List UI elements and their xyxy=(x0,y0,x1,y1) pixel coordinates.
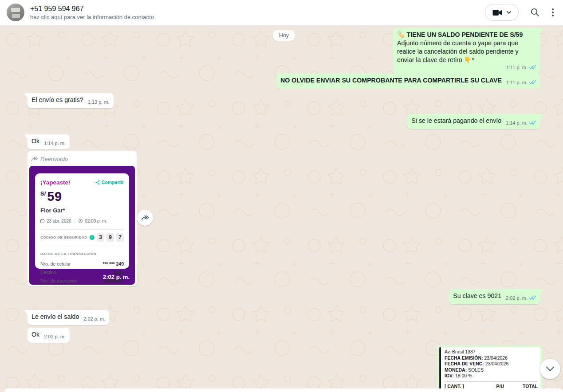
date-divider: Hoy xyxy=(273,30,295,41)
security-code-label: CÓDIGO DE SEGURIDAD xyxy=(40,233,87,242)
row-label: Nro. de operación xyxy=(40,277,77,285)
currency: S/ xyxy=(40,190,46,197)
message-text: Ok xyxy=(31,331,39,338)
message-time: 1:14 p. m. xyxy=(44,141,66,146)
chevron-down-icon xyxy=(507,11,511,14)
message-time: 2:02 p. m. xyxy=(83,316,105,321)
scroll-to-bottom-button[interactable] xyxy=(540,359,560,379)
message-meta: 1:14 p. m. xyxy=(44,139,66,148)
digit: 3 xyxy=(97,233,104,242)
message-time: 1:13 p. m. xyxy=(88,99,110,105)
message-bubble-received[interactable]: El envío es gratis?1:13 p. m. xyxy=(28,93,114,108)
contact-name: +51 959 594 967 xyxy=(30,4,485,13)
message-time: 1:11 p. m. xyxy=(506,65,528,70)
message-meta: 2:02 p. m. xyxy=(506,294,536,302)
read-ticks-icon xyxy=(529,295,536,300)
digit: 9 xyxy=(106,233,114,242)
message-text-body: Adjunto número de cuenta o yape para que… xyxy=(397,39,519,63)
field-label: IGV: xyxy=(445,373,454,378)
message-meta: 2:02 p. m. xyxy=(44,333,66,341)
row-label: Nro. de celular xyxy=(40,260,71,268)
kebab-menu-icon xyxy=(551,8,554,17)
digit: 7 xyxy=(116,233,124,242)
amount-value: 59 xyxy=(47,189,62,204)
read-ticks-icon xyxy=(529,80,536,85)
forward-arrow-icon xyxy=(141,215,149,221)
read-ticks-icon xyxy=(529,65,536,70)
calendar-icon xyxy=(40,219,44,223)
field-label: FECHA EMISIÓN: xyxy=(445,355,483,361)
forwarded-receipt-message[interactable]: Reenviado ¡Yapeaste! Compartir S/59 Flor… xyxy=(28,151,137,286)
message-time: 2:02 p. m. xyxy=(44,334,66,339)
invoice-field: MONEDA: SOLES xyxy=(445,367,538,373)
clock-icon xyxy=(79,219,83,223)
row-value: *** *** 249 xyxy=(102,260,124,268)
message-meta: 1:13 p. m. xyxy=(88,98,110,106)
field-value: 18.00 % xyxy=(455,373,472,378)
forward-message-button[interactable] xyxy=(137,210,153,226)
transaction-time: 02:00 p. m. xyxy=(85,217,107,225)
avatar-photo xyxy=(11,7,20,12)
yape-receipt-image[interactable]: ¡Yapeaste! Compartir S/59 Flor Gar* 23 a… xyxy=(29,166,135,285)
message-meta: 1:14 p. m. xyxy=(506,119,536,127)
message-text: 🏷️ TIENE UN SALDO PENDIENTE DE S/59 Adju… xyxy=(397,31,536,64)
invoice-image: Av. Brasil 1387 FECHA EMISIÓN: 23/04/202… xyxy=(439,347,540,392)
message-bubble-sent[interactable]: 🏷️ TIENE UN SALDO PENDIENTE DE S/59 Adju… xyxy=(393,28,540,74)
info-icon: i xyxy=(90,235,94,240)
invoice-image-message[interactable]: Av. Brasil 1387 FECHA EMISIÓN: 23/04/202… xyxy=(437,345,542,392)
invoice-field: FECHA EMISIÓN: 23/04/2026 xyxy=(445,355,538,361)
yape-card: ¡Yapeaste! Compartir S/59 Flor Gar* 23 a… xyxy=(35,173,129,269)
row-label: Destino xyxy=(40,269,56,276)
message-bubble-sent[interactable]: Su clave es 90212:02 p. m. xyxy=(449,289,540,304)
yape-title: ¡Yapeaste! xyxy=(40,178,71,187)
message-bubble-sent[interactable]: NO OLVIDE ENVIAR SU COMPROBANTE PARA COM… xyxy=(276,74,540,89)
security-code-row: CÓDIGO DE SEGURIDADi 3 9 7 xyxy=(40,233,124,242)
transaction-data-label: DATOS DE LA TRANSACCIÓN xyxy=(40,250,124,258)
header-actions xyxy=(485,4,554,21)
video-camera-icon xyxy=(492,9,502,16)
video-call-button[interactable] xyxy=(485,4,519,21)
read-ticks-icon xyxy=(529,120,536,125)
field-label: FECHA DE VENC: xyxy=(445,361,484,366)
invoice-field: IGV: 18.00 % xyxy=(445,373,538,379)
message-text: Ok xyxy=(31,137,39,145)
message-bubble-received[interactable]: Ok2:02 p. m. xyxy=(28,328,70,343)
transaction-date: 23 abr. 2026 xyxy=(47,217,71,225)
message-time: 1:11 p. m. xyxy=(506,80,528,85)
chat-header: +51 959 594 967 haz clic aquí para ver l… xyxy=(0,0,563,25)
share-icon xyxy=(95,180,100,185)
share-label: Compartir xyxy=(102,178,124,187)
contact-subtitle: haz clic aquí para ver la información de… xyxy=(30,13,485,21)
transaction-datetime: 23 abr. 2026 | 02:00 p. m. xyxy=(40,217,124,225)
payee-name: Flor Gar* xyxy=(40,206,124,215)
message-text: Su clave es 9021 xyxy=(453,292,501,299)
avatar-photo xyxy=(12,14,20,18)
forwarded-label: Reenviado xyxy=(40,155,68,163)
whatsapp-chat-window: +51 959 594 967 haz clic aquí para ver l… xyxy=(0,0,563,392)
field-value: 23/04/2026 xyxy=(485,361,509,366)
message-bubble-received[interactable]: Ok1:14 p. m. xyxy=(28,134,70,149)
field-label: MONEDA: xyxy=(445,367,467,372)
forward-arrow-icon xyxy=(31,157,38,161)
search-button[interactable] xyxy=(530,8,540,17)
menu-button[interactable] xyxy=(551,8,554,17)
image-timestamp: 2:02 p. m. xyxy=(103,273,130,281)
contact-avatar[interactable] xyxy=(7,4,24,21)
invoice-field: FECHA DE VENC: 23/04/2026 xyxy=(445,361,538,367)
message-time: 2:02 p. m. xyxy=(506,295,528,301)
separator: | xyxy=(75,217,76,225)
message-bubble-sent[interactable]: Si se le estará pagando el envío1:14 p. … xyxy=(407,114,540,129)
message-text-bold: NO OLVIDE ENVIAR SU COMPROBANTE PARA COM… xyxy=(280,77,502,84)
transaction-row: Nro. de celular*** *** 249 xyxy=(40,260,124,268)
contact-info[interactable]: +51 959 594 967 haz clic aquí para ver l… xyxy=(30,4,485,21)
message-text: Le envío el saldo xyxy=(31,313,79,320)
message-meta: 1:11 p. m. xyxy=(506,78,536,87)
forwarded-label-row: Reenviado xyxy=(29,153,135,166)
message-time: 1:14 p. m. xyxy=(506,120,528,125)
amount: S/59 xyxy=(40,189,124,203)
message-text: El envío es gratis? xyxy=(31,96,83,103)
security-code-digits: 3 9 7 xyxy=(97,233,124,242)
message-bubble-received[interactable]: Le envío el saldo2:02 p. m. xyxy=(28,310,109,325)
field-value: 23/04/2026 xyxy=(484,355,508,361)
message-composer-bar[interactable] xyxy=(4,388,563,392)
